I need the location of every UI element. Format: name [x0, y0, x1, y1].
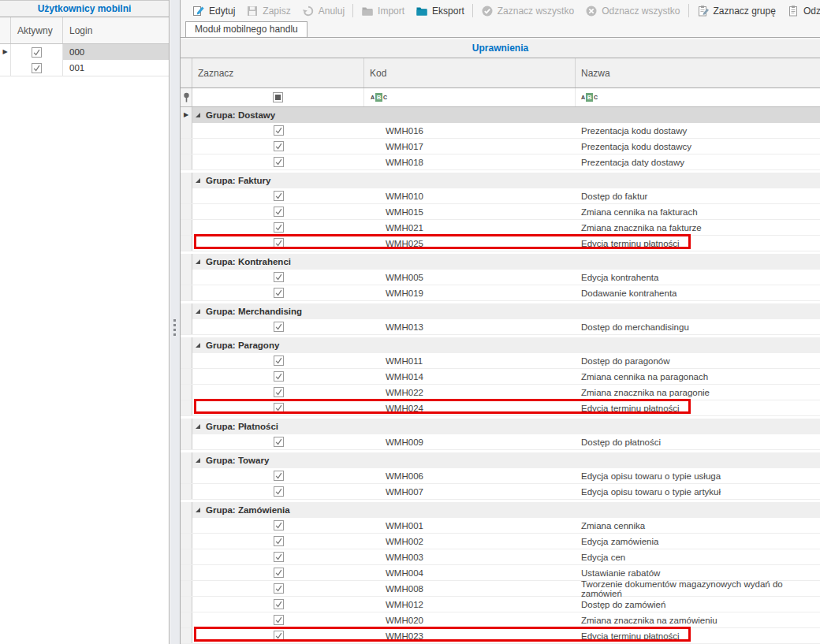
- permission-checkbox[interactable]: [274, 141, 284, 151]
- permission-checkbox[interactable]: [274, 583, 284, 594]
- column-header-zaznacz[interactable]: Zaznacz: [192, 58, 364, 87]
- permission-checkbox[interactable]: [274, 437, 284, 447]
- permission-name: Dodawanie kontrahenta: [576, 285, 820, 300]
- group-row[interactable]: Grupa: Zamówienia: [181, 502, 820, 518]
- permission-row[interactable]: WMH025Edycja terminu płatności: [181, 236, 820, 251]
- group-row[interactable]: Grupa: Faktury: [181, 173, 820, 188]
- column-header-login[interactable]: Login: [63, 17, 169, 43]
- permission-checkbox[interactable]: [274, 403, 284, 413]
- permission-checkbox[interactable]: [274, 288, 284, 298]
- permission-checkbox[interactable]: [274, 631, 284, 641]
- permission-row[interactable]: WMH016Prezentacja kodu dostawy: [181, 123, 820, 139]
- panel-splitter[interactable]: [170, 0, 181, 644]
- user-row[interactable]: ▶ 000: [0, 44, 169, 60]
- users-panel-title: Użytkownicy mobilni: [0, 0, 169, 17]
- collapse-triangle-icon[interactable]: [196, 309, 200, 314]
- permission-checkbox[interactable]: [274, 552, 284, 562]
- zaznacz-cell: [192, 612, 364, 627]
- group-cell: Grupa: Kontrahenci: [192, 254, 820, 270]
- permission-row[interactable]: WMH015Zmiana cennika na fakturach: [181, 204, 820, 220]
- collapse-triangle-icon[interactable]: [196, 508, 200, 512]
- deselect-all-button[interactable]: Odznacz wszystko: [580, 0, 685, 21]
- permission-row[interactable]: WMH001Zmiana cennika: [181, 518, 820, 534]
- user-row[interactable]: 001: [0, 60, 169, 76]
- filter-cell-zaznacz[interactable]: [192, 88, 364, 106]
- login-cell[interactable]: 001: [63, 60, 169, 76]
- permission-checkbox[interactable]: [274, 615, 284, 625]
- permission-row[interactable]: WMH005Edycja kontrahenta: [181, 270, 820, 285]
- zaznacz-cell: [192, 518, 364, 533]
- permission-row[interactable]: WMH013Dostęp do merchandisingu: [181, 319, 820, 335]
- permission-checkbox[interactable]: [274, 238, 284, 248]
- permission-row[interactable]: WMH021Zmiana znacznika na fakturze: [181, 220, 820, 236]
- tab-modul-mobilnego-handlu[interactable]: Moduł mobilnego handlu: [185, 21, 308, 38]
- permission-row[interactable]: WMH008Tworzenie dokumentów magazynowych …: [181, 581, 820, 597]
- filter-cell-nazwa[interactable]: ABC: [576, 88, 820, 106]
- zaznacz-cell: [192, 400, 364, 415]
- group-row[interactable]: ▶Grupa: Dostawy: [181, 107, 820, 123]
- permission-checkbox[interactable]: [274, 599, 284, 609]
- group-row[interactable]: Grupa: Paragony: [181, 337, 820, 353]
- indeterminate-checkbox[interactable]: [273, 92, 283, 102]
- group-row[interactable]: Grupa: Towary: [181, 452, 820, 468]
- permission-checkbox[interactable]: [274, 568, 284, 578]
- permission-checkbox[interactable]: [274, 486, 284, 497]
- permission-row[interactable]: WMH018Prezentacja daty dostawy: [181, 154, 820, 170]
- collapse-triangle-icon[interactable]: [196, 113, 200, 117]
- permission-row[interactable]: WMH014Zmiana cennika na paragonach: [181, 369, 820, 385]
- permission-checkbox[interactable]: [274, 356, 284, 366]
- cancel-button[interactable]: Anuluj: [296, 0, 350, 21]
- permission-checkbox[interactable]: [274, 207, 284, 217]
- permission-checkbox[interactable]: [274, 471, 284, 481]
- permission-checkbox[interactable]: [274, 125, 284, 136]
- import-button[interactable]: Import: [356, 0, 410, 21]
- toolbar: Edytuj Zapisz Anuluj Import Eksport: [181, 0, 820, 21]
- permission-row[interactable]: WMH002Edycja zamówienia: [181, 534, 820, 549]
- permission-row[interactable]: WMH009Dostęp do płatności: [181, 434, 820, 450]
- column-header-kod[interactable]: Kod: [364, 58, 576, 87]
- permission-row[interactable]: WMH024Edycja terminu płatności: [181, 400, 820, 416]
- group-row[interactable]: Grupa: Merchandising: [181, 303, 820, 319]
- filter-cell-kod[interactable]: ABC: [364, 88, 576, 106]
- permission-checkbox[interactable]: [274, 222, 284, 233]
- permission-row[interactable]: WMH020Zmiana znacznika na zamówieniu: [181, 612, 820, 628]
- active-checkbox[interactable]: [32, 63, 42, 73]
- permission-checkbox[interactable]: [274, 157, 284, 167]
- permission-checkbox[interactable]: [274, 272, 284, 282]
- permission-name: Dostęp do zamówień: [576, 597, 820, 612]
- permission-row[interactable]: WMH011Dostęp do paragonów: [181, 353, 820, 369]
- permission-checkbox[interactable]: [274, 322, 284, 332]
- save-button[interactable]: Zapisz: [240, 0, 296, 21]
- permission-row[interactable]: WMH022Zmiana znacznika na paragonie: [181, 385, 820, 400]
- select-all-button[interactable]: Zaznacz wszystko: [475, 0, 580, 21]
- column-header-aktywny[interactable]: Aktywny: [11, 17, 63, 43]
- permission-row[interactable]: WMH010Dostęp do faktur: [181, 188, 820, 204]
- permission-checkbox[interactable]: [274, 191, 284, 201]
- permission-row[interactable]: WMH019Dodawanie kontrahenta: [181, 285, 820, 301]
- permission-checkbox[interactable]: [274, 536, 284, 546]
- collapse-triangle-icon[interactable]: [196, 424, 200, 429]
- permission-row[interactable]: WMH012Dostęp do zamówień: [181, 597, 820, 612]
- permission-row[interactable]: WMH003Edycja cen: [181, 549, 820, 565]
- group-row[interactable]: Grupa: Kontrahenci: [181, 254, 820, 270]
- column-header-nazwa[interactable]: Nazwa: [576, 58, 820, 87]
- collapse-triangle-icon[interactable]: [196, 178, 200, 183]
- permission-row[interactable]: WMH017Prezentacja kodu dostawcy: [181, 139, 820, 154]
- collapse-triangle-icon[interactable]: [196, 259, 200, 264]
- select-group-button[interactable]: Zaznacz grupę: [691, 0, 781, 21]
- permission-checkbox[interactable]: [274, 371, 284, 382]
- permission-row[interactable]: WMH007Edycja opisu towaru o typie artyku…: [181, 484, 820, 500]
- collapse-triangle-icon[interactable]: [196, 458, 200, 463]
- active-checkbox[interactable]: [32, 47, 42, 58]
- edit-button[interactable]: Edytuj: [187, 0, 240, 21]
- permission-row[interactable]: WMH023Edycja terminu płatności: [181, 628, 820, 644]
- permission-checkbox[interactable]: [274, 520, 284, 530]
- export-button[interactable]: Eksport: [410, 0, 470, 21]
- splitter-grip-icon[interactable]: [173, 319, 176, 336]
- group-row[interactable]: Grupa: Płatności: [181, 419, 820, 434]
- permission-checkbox[interactable]: [274, 387, 284, 397]
- collapse-triangle-icon[interactable]: [196, 343, 200, 348]
- login-cell[interactable]: 000: [63, 44, 169, 60]
- permission-row[interactable]: WMH006Edycja opisu towaru o typie usługa: [181, 468, 820, 484]
- deselect-group-button[interactable]: Odznacz grupę: [781, 0, 820, 21]
